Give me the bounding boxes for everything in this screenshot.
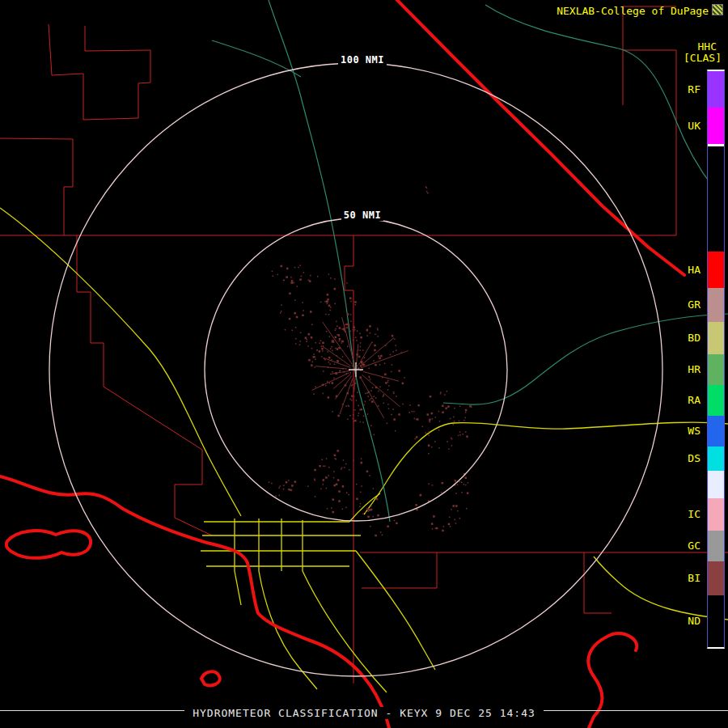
legend-label-uk: UK [688, 121, 700, 132]
legend-segment-bi [708, 561, 724, 595]
legend-label-ws: WS [688, 425, 700, 437]
legend-label-hr: HR [688, 364, 700, 375]
radar-screen: 100 NMI 50 NMI NEXLAB-College of DuPage … [0, 0, 728, 728]
legend-label-rf: RF [688, 84, 700, 95]
product-code: HHC [698, 40, 717, 53]
legend-segment-gc [708, 531, 724, 561]
legend-segment-hr [708, 354, 724, 385]
radar-echoes [269, 187, 472, 537]
legend-segment-3 [708, 146, 724, 252]
radar-map: 100 NMI 50 NMI [0, 0, 728, 728]
brand-text: NEXLAB-College of DuPage [557, 5, 709, 17]
legend-segment-ha [708, 252, 724, 288]
legend-segment-ds [708, 447, 724, 471]
legend-segment-uk [708, 108, 724, 144]
legend-label-bd: BD [688, 332, 700, 344]
legend-label-ha: HA [688, 265, 700, 276]
ring-label-100: 100 NMI [341, 54, 384, 66]
legend-segment-ws [708, 416, 724, 447]
legend-label-gc: GC [688, 540, 700, 552]
legend-segment-nd [708, 595, 724, 647]
product-tag: [CLAS] [684, 52, 722, 64]
legend-label-gr: GR [688, 299, 700, 311]
footer-title: HYDROMETEOR CLASSIFICATION - KEYX 9 DEC … [184, 707, 544, 719]
footer: HYDROMETEOR CLASSIFICATION - KEYX 9 DEC … [0, 705, 728, 720]
highways [0, 208, 728, 692]
legend-label-bi: BI [688, 573, 700, 584]
legend-segment-bd [708, 322, 724, 354]
legend-segment-11 [708, 471, 724, 498]
legend-segment-ra [708, 385, 724, 416]
legend-label-ic: IC [688, 509, 700, 520]
legend-segment-rf [708, 71, 724, 108]
rivers [212, 0, 728, 522]
legend-segment-ic [708, 498, 724, 531]
interstate-highways [0, 0, 684, 728]
center-crosshair [349, 362, 363, 377]
legend-label-ds: DS [688, 453, 700, 464]
legend-bar [707, 70, 725, 649]
range-rings [49, 63, 662, 676]
legend-label-nd: ND [688, 616, 700, 627]
brand-icon [712, 4, 723, 15]
ring-label-50: 50 NMI [344, 210, 381, 221]
legend-segment-gr [708, 288, 724, 322]
legend-label-ra: RA [688, 395, 700, 406]
